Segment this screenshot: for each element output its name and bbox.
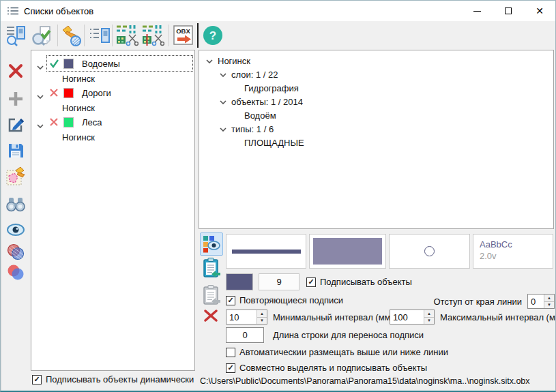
spin-up-icon[interactable]: ▲ bbox=[544, 295, 554, 302]
tree-node-types[interactable]: типы: 1 / 6 bbox=[220, 124, 274, 134]
list-item-vodoemy[interactable]: Водоемы bbox=[31, 57, 194, 71]
help-icon: ? bbox=[202, 25, 224, 46]
checkbox[interactable] bbox=[226, 348, 235, 357]
spinner-buttons[interactable]: ▲▼ bbox=[257, 310, 267, 324]
edge-offset-spinner[interactable]: 0 ▲▼ bbox=[527, 294, 555, 309]
export-obx-button[interactable]: OBX bbox=[171, 23, 196, 48]
paste-params-button[interactable] bbox=[201, 257, 222, 279]
tree-leaf-row[interactable]: Водоём bbox=[244, 110, 276, 121]
hidden-cross-icon[interactable] bbox=[49, 117, 59, 129]
chevron-down-icon[interactable] bbox=[37, 61, 44, 72]
tree-root-row[interactable]: Ногинск bbox=[206, 56, 250, 66]
clipboard-copy-icon bbox=[203, 285, 220, 305]
wrap-length-field[interactable]: 0 bbox=[226, 327, 264, 343]
spin-down-icon[interactable]: ▼ bbox=[257, 318, 267, 325]
text-version: 2.0v bbox=[480, 251, 497, 261]
save-list-button[interactable] bbox=[5, 140, 27, 161]
tree-leaf-row[interactable]: ПЛОЩАДНЫЕ bbox=[244, 138, 304, 148]
delete-list-button[interactable] bbox=[5, 61, 27, 81]
font-size-field[interactable]: 9 bbox=[259, 273, 299, 290]
copy-list-cut-button[interactable] bbox=[115, 23, 139, 48]
list-app-icon bbox=[8, 6, 18, 16]
select-list-icon bbox=[89, 25, 111, 46]
point-style-preview[interactable] bbox=[389, 234, 470, 269]
list-item-label[interactable]: Леса bbox=[82, 117, 102, 127]
close-button[interactable]: ✕ bbox=[524, 1, 555, 21]
hidden-cross-icon[interactable] bbox=[49, 88, 59, 100]
minimize-button[interactable] bbox=[461, 1, 493, 21]
intersect-hatched-button[interactable] bbox=[5, 242, 27, 262]
label-color-swatch[interactable] bbox=[226, 273, 253, 290]
spin-down-icon[interactable]: ▼ bbox=[544, 302, 554, 309]
chevron-down-icon[interactable] bbox=[220, 100, 226, 104]
chevron-down-icon[interactable] bbox=[37, 120, 44, 130]
delete-icon bbox=[8, 63, 24, 79]
flashlight-highlight-button[interactable] bbox=[60, 23, 85, 48]
list-item-map-row[interactable]: Ногинск bbox=[31, 101, 194, 115]
list-color-swatch[interactable] bbox=[63, 117, 74, 127]
select-list-button[interactable] bbox=[87, 23, 112, 48]
intersect-button[interactable] bbox=[5, 262, 27, 283]
list-color-swatch[interactable] bbox=[63, 59, 74, 69]
tree-node-layers[interactable]: слои: 1 / 22 bbox=[220, 70, 278, 80]
minimize-icon bbox=[473, 11, 481, 12]
checkbox-label: Повторяющиеся подписи bbox=[239, 295, 343, 305]
list-item-dorogi[interactable]: Дороги bbox=[31, 86, 194, 100]
text-style-preview[interactable]: AaBbCc 2.0v bbox=[473, 234, 553, 269]
checkbox[interactable] bbox=[306, 277, 316, 287]
list-item-lesa[interactable]: Леса bbox=[31, 115, 194, 130]
tree-node-label: объекты: 1 / 2014 bbox=[231, 97, 303, 107]
map-name-label: Ногинск bbox=[62, 132, 95, 142]
sign-objects-checkbox-row[interactable]: Подписывать объекты bbox=[306, 277, 412, 287]
line-sample bbox=[232, 250, 301, 254]
checkbox[interactable] bbox=[32, 375, 42, 385]
reset-intervals-button[interactable] bbox=[201, 307, 220, 324]
maximize-button[interactable] bbox=[493, 1, 524, 21]
list-color-swatch[interactable] bbox=[63, 88, 74, 98]
chevron-down-icon[interactable] bbox=[206, 59, 213, 63]
help-button[interactable]: ? bbox=[201, 23, 225, 48]
list-item-map-row[interactable]: Ногинск bbox=[31, 72, 194, 86]
min-interval-spinner[interactable]: 10 ▲▼ bbox=[226, 310, 267, 325]
tree-node-objects[interactable]: объекты: 1 / 2014 bbox=[220, 97, 303, 107]
binoculars-search-button[interactable] bbox=[5, 194, 27, 215]
repeat-labels-checkbox-row[interactable]: Повторяющиеся подписи bbox=[226, 295, 343, 305]
visibility-button[interactable] bbox=[5, 220, 27, 240]
move-list-cut-button[interactable] bbox=[141, 23, 165, 48]
chevron-down-icon[interactable] bbox=[37, 91, 44, 101]
search-document-button[interactable] bbox=[30, 23, 55, 48]
spin-up-icon[interactable]: ▲ bbox=[424, 310, 434, 318]
add-list-button[interactable] bbox=[5, 89, 27, 109]
chevron-down-icon[interactable] bbox=[220, 127, 226, 132]
line-style-preview[interactable] bbox=[226, 234, 306, 269]
edit-list-button[interactable] bbox=[5, 115, 27, 135]
checkbox-label: Подписывать объекты динамически bbox=[46, 374, 194, 385]
list-item-label[interactable]: Водоемы bbox=[82, 59, 120, 69]
tree-leaf-label: Водоём bbox=[244, 110, 276, 121]
checkbox[interactable] bbox=[226, 363, 235, 373]
list-item-map-row[interactable]: Ногинск bbox=[31, 130, 194, 145]
spinner-buttons[interactable]: ▲▼ bbox=[424, 310, 434, 324]
object-lists-window: Списки объектов ✕ bbox=[0, 0, 556, 392]
spinner-value: 10 bbox=[226, 310, 257, 324]
auto-place-checkbox-row[interactable]: Автоматическии размещать выше или ниже л… bbox=[226, 347, 448, 357]
svg-text:OBX: OBX bbox=[176, 27, 190, 35]
find-objects-button[interactable] bbox=[4, 23, 29, 48]
checkbox[interactable] bbox=[226, 296, 235, 305]
tree-root-label: Ногинск bbox=[218, 56, 250, 66]
spin-up-icon[interactable]: ▲ bbox=[257, 310, 267, 318]
select-area-button[interactable] bbox=[5, 166, 27, 186]
chevron-down-icon[interactable] bbox=[220, 73, 226, 77]
max-interval-spinner[interactable]: 100 ▲▼ bbox=[390, 310, 435, 325]
joint-select-checkbox-row[interactable]: Совместно выделять и подписывать объекты bbox=[226, 363, 427, 373]
max-interval-label: Максимальный интервал (мм) bbox=[440, 312, 556, 322]
layers-visibility-toggle[interactable] bbox=[200, 232, 223, 256]
spinner-buttons[interactable]: ▲▼ bbox=[544, 295, 554, 308]
list-item-label[interactable]: Дороги bbox=[82, 88, 111, 98]
tree-leaf-row[interactable]: Гидрография bbox=[244, 83, 299, 93]
spin-down-icon[interactable]: ▼ bbox=[424, 318, 434, 325]
dynamic-labels-checkbox-row[interactable]: Подписывать объекты динамически bbox=[32, 374, 194, 385]
visible-check-icon[interactable] bbox=[49, 59, 59, 70]
fill-style-preview[interactable] bbox=[309, 234, 386, 269]
copy-params-button[interactable] bbox=[201, 284, 222, 306]
